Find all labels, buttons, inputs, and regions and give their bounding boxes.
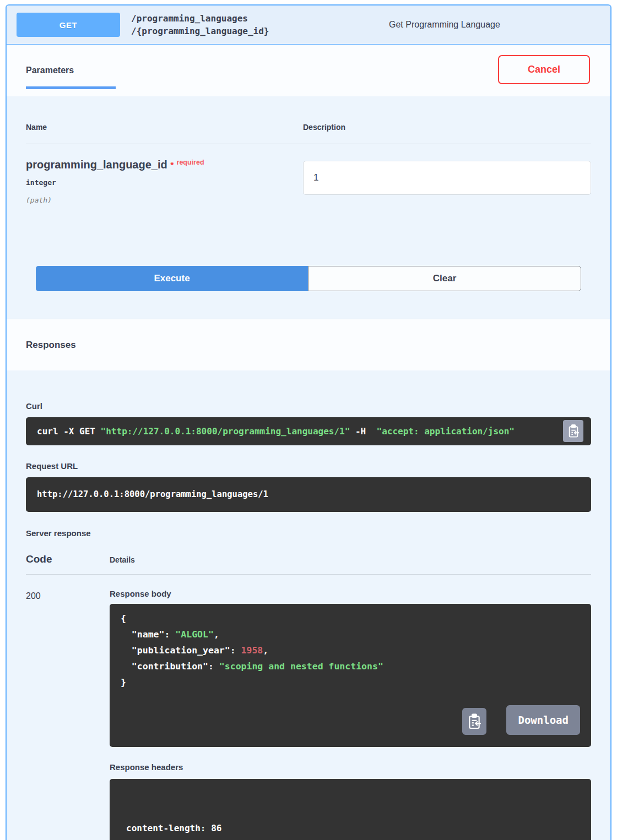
method-badge: GET	[17, 13, 120, 37]
response-body-code: { "name": "ALGOL", "publication_year": 1…	[110, 604, 591, 747]
parameters-table-head: Name Description	[26, 96, 591, 132]
server-response-table-head: Code Details	[26, 553, 591, 565]
json-string-value: "ALGOL"	[175, 629, 214, 640]
parameter-location: (path)	[26, 196, 303, 204]
execute-button-group: Execute Clear	[36, 266, 581, 291]
status-code: 200	[26, 589, 110, 840]
column-header-description: Description	[303, 123, 591, 132]
json-open-brace: {	[121, 610, 580, 626]
parameters-header: Parameters Cancel	[7, 45, 610, 96]
curl-command: curl -X GET "http://127.0.0.1:8000/progr…	[26, 417, 591, 445]
download-button[interactable]: Download	[506, 705, 580, 735]
response-body-label: Response body	[110, 589, 591, 604]
json-comma: ,	[263, 645, 268, 656]
curl-url-string: "http://127.0.0.1:8000/programming_langu…	[101, 426, 350, 437]
json-comma: ,	[214, 629, 219, 640]
server-response-divider	[26, 574, 591, 575]
clipboard-copy-icon	[467, 713, 481, 730]
responses-body: Curl curl -X GET "http://127.0.0.1:8000/…	[7, 370, 610, 840]
execute-button[interactable]: Execute	[36, 266, 308, 291]
copy-response-button[interactable]	[462, 708, 486, 735]
endpoint-summary: Get Programming Language	[380, 20, 600, 30]
json-line: "publication_year": 1958,	[121, 642, 580, 658]
response-header-line: content-length: 86	[126, 821, 575, 836]
json-line: "contribution": "scoping and nested func…	[121, 658, 580, 674]
cancel-button[interactable]: Cancel	[498, 55, 590, 84]
response-headers-code: content-length: 86 content-type: applica…	[110, 779, 591, 840]
tab-parameters[interactable]: Parameters	[26, 66, 74, 75]
json-string-value: "scoping and nested functions"	[219, 661, 383, 672]
operation-block-get: GET /programming_languages /{programming…	[6, 4, 611, 840]
curl-header-string: "accept: application/json"	[377, 426, 515, 437]
parameter-type: integer	[26, 178, 303, 187]
clipboard-copy-icon	[567, 424, 580, 438]
json-number-value: 1958	[241, 645, 263, 656]
endpoint-path: /programming_languages /{programming_lan…	[131, 12, 380, 37]
parameter-value-input[interactable]	[303, 161, 591, 195]
table-head-divider	[26, 144, 591, 144]
required-star: *	[170, 161, 174, 170]
json-separator: :	[164, 629, 175, 640]
required-label: required	[177, 159, 204, 166]
server-response-label: Server response	[26, 512, 591, 538]
json-key: "name"	[121, 629, 164, 640]
curl-label: Curl	[26, 370, 591, 417]
json-separator: :	[230, 645, 241, 656]
request-url-label: Request URL	[26, 445, 591, 477]
curl-cmd-text: curl -X GET	[37, 426, 101, 437]
response-body-buttons: Download	[462, 705, 580, 735]
column-header-code: Code	[26, 553, 110, 565]
endpoint-path-line1: /programming_languages	[131, 12, 380, 25]
operation-summary-row[interactable]: GET /programming_languages /{programming…	[7, 6, 610, 45]
parameter-info: programming_language_id *required intege…	[26, 159, 303, 204]
curl-flag-text: -H	[350, 426, 376, 437]
json-key: "contribution"	[121, 661, 208, 672]
response-details: Response body { "name": "ALGOL", "public…	[110, 589, 591, 840]
clear-button[interactable]: Clear	[308, 266, 581, 291]
parameter-row: programming_language_id *required intege…	[26, 159, 591, 204]
json-line: "name": "ALGOL",	[121, 626, 580, 642]
parameter-value-cell	[303, 159, 591, 204]
parameter-name-text: programming_language_id	[26, 159, 167, 171]
responses-title: Responses	[26, 340, 76, 351]
request-url-value: http://127.0.0.1:8000/programming_langua…	[26, 477, 591, 512]
parameter-name: programming_language_id *required	[26, 159, 303, 171]
json-separator: :	[208, 661, 219, 672]
responses-header: Responses	[7, 319, 610, 370]
server-response-row: 200 Response body { "name": "ALGOL", "pu…	[26, 589, 591, 840]
json-key: "publication_year"	[121, 645, 230, 656]
column-header-name: Name	[26, 123, 303, 132]
tab-active-underline	[26, 86, 116, 89]
response-headers-label: Response headers	[110, 747, 591, 779]
parameters-body: Name Description programming_language_id…	[7, 96, 610, 319]
column-header-details: Details	[110, 555, 591, 564]
copy-curl-button[interactable]	[563, 420, 583, 442]
endpoint-path-line2: /{programming_language_id}	[131, 25, 380, 37]
json-close-brace: }	[121, 674, 580, 690]
